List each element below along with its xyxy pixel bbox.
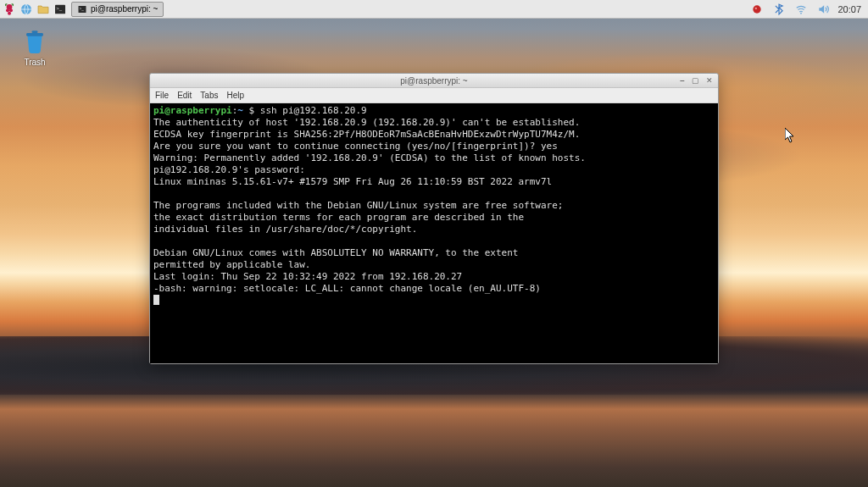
- menu-file[interactable]: File: [155, 91, 169, 100]
- terminal-launcher-icon[interactable]: >_: [53, 2, 68, 17]
- taskbar: >_ >_ pi@raspberrypi: ~ 20:07: [0, 0, 868, 19]
- svg-point-11: [801, 12, 803, 14]
- terminal-output[interactable]: pi@raspberrypi:~ $ ssh pi@192.168.20.9 T…: [150, 103, 718, 363]
- terminal-window: pi@raspberrypi: ~ ‒ ▢ ✕ File Edit Tabs H…: [149, 73, 719, 364]
- clock[interactable]: 20:07: [837, 4, 861, 14]
- svg-text:>_: >_: [80, 7, 85, 11]
- browser-icon[interactable]: [19, 2, 34, 17]
- bluetooth-icon[interactable]: [771, 2, 787, 17]
- window-minimize-button[interactable]: ‒: [676, 75, 687, 86]
- volume-icon[interactable]: [815, 2, 831, 17]
- svg-point-3: [8, 11, 11, 14]
- svg-text:>_: >_: [56, 6, 63, 11]
- trash-icon: [20, 27, 49, 56]
- menu-tabs[interactable]: Tabs: [200, 91, 218, 100]
- trash-desktop-icon[interactable]: Trash: [15, 27, 54, 67]
- svg-point-10: [755, 7, 757, 8]
- svg-rect-13: [31, 30, 37, 33]
- taskbar-task-terminal[interactable]: >_ pi@raspberrypi: ~: [71, 2, 164, 17]
- menu-help[interactable]: Help: [226, 91, 244, 100]
- window-close-button[interactable]: ✕: [704, 75, 715, 86]
- wifi-icon[interactable]: [793, 2, 809, 17]
- menu-edit[interactable]: Edit: [177, 91, 192, 100]
- svg-point-2: [9, 8, 13, 12]
- trash-label: Trash: [24, 58, 45, 67]
- taskbar-task-label: pi@raspberrypi: ~: [91, 4, 158, 14]
- svg-rect-12: [26, 33, 43, 36]
- svg-point-1: [6, 8, 9, 12]
- menu-icon[interactable]: [2, 2, 17, 17]
- record-icon[interactable]: [749, 2, 765, 17]
- filemanager-icon[interactable]: [36, 2, 51, 17]
- window-maximize-button[interactable]: ▢: [690, 75, 701, 86]
- svg-point-9: [754, 5, 761, 13]
- window-title: pi@raspberrypi: ~: [400, 76, 467, 86]
- window-titlebar[interactable]: pi@raspberrypi: ~ ‒ ▢ ✕: [150, 74, 718, 88]
- window-menubar: File Edit Tabs Help: [150, 88, 718, 103]
